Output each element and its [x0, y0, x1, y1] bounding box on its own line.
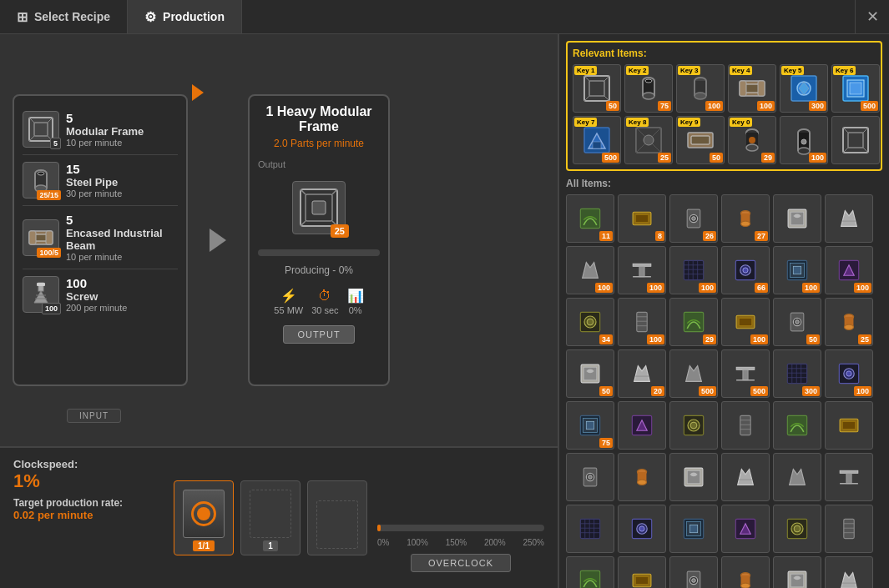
all-item-3[interactable]: 27: [721, 194, 770, 243]
all-qty-badge-7: 100: [647, 283, 664, 293]
svg-rect-1: [34, 123, 48, 136]
slider-track[interactable]: [377, 525, 544, 531]
all-item-6[interactable]: 100: [566, 246, 614, 294]
machine-slot-0[interactable]: 1/1: [174, 480, 234, 555]
relevant-item-8[interactable]: Key 950: [676, 116, 725, 164]
all-item-34[interactable]: [773, 453, 821, 501]
all-qty-badge-1: 8: [655, 231, 664, 241]
all-item-32[interactable]: [669, 453, 718, 501]
slider-mark-4: 250%: [523, 538, 544, 547]
ingredient-modular-frame[interactable]: 5 5 Modular Frame 10 per minute: [23, 104, 178, 155]
all-qty-badge-16: 50: [806, 334, 820, 344]
overclock-button[interactable]: OVERCLOCK: [411, 554, 511, 572]
relevant-item-6[interactable]: Key 7500: [573, 116, 621, 164]
close-button[interactable]: ✕: [855, 0, 889, 33]
relevant-item-10[interactable]: 100: [780, 116, 828, 164]
all-item-25[interactable]: [618, 401, 666, 450]
input-label: INPUT: [67, 409, 121, 423]
relevant-item-5[interactable]: Key 6500: [831, 64, 880, 113]
machine-body-0: [183, 490, 225, 538]
all-item-26[interactable]: [669, 401, 718, 450]
efficiency-value: 0%: [349, 305, 362, 315]
all-item-33[interactable]: [721, 453, 770, 501]
all-item-inner-44: [675, 562, 712, 588]
all-item-40[interactable]: [773, 505, 821, 553]
all-item-9[interactable]: 66: [721, 246, 770, 294]
all-item-47[interactable]: [825, 556, 873, 588]
all-item-39[interactable]: [721, 505, 770, 553]
relevant-item-2[interactable]: Key 3100: [676, 64, 725, 113]
all-item-12[interactable]: 34: [566, 298, 614, 346]
output-name: 1 Heavy ModularFrame: [265, 104, 371, 134]
all-item-19[interactable]: 20: [618, 349, 666, 398]
all-item-41[interactable]: [825, 505, 873, 553]
all-item-17[interactable]: 25: [825, 298, 873, 346]
machine-slots: 1/1 1: [174, 458, 367, 578]
all-item-1[interactable]: 8: [618, 194, 666, 243]
svg-rect-92: [639, 266, 644, 276]
all-item-inner-4: [779, 200, 816, 237]
relevant-item-3[interactable]: Key 4100: [728, 64, 776, 113]
ingredient-encased-beam[interactable]: 100/5 5 Encased Industrial Beam 10 per m…: [23, 206, 178, 269]
all-item-7[interactable]: 100: [618, 246, 666, 294]
tab-select-recipe[interactable]: ⊞ Select Recipe: [0, 0, 128, 33]
clockspeed-section: Clockspeed: 1% Target production rate: 0…: [13, 458, 164, 578]
all-item-8[interactable]: 100: [669, 246, 718, 294]
all-item-14[interactable]: 29: [669, 298, 718, 346]
tab-select-recipe-label: Select Recipe: [34, 10, 110, 23]
all-item-45[interactable]: [721, 556, 770, 588]
all-item-10[interactable]: 100: [773, 246, 821, 294]
all-item-24[interactable]: 75: [566, 401, 614, 450]
all-item-13[interactable]: 100: [618, 298, 666, 346]
svg-point-66: [749, 137, 755, 143]
all-item-31[interactable]: [618, 453, 666, 501]
output-rate: 2.0 Parts per minute: [274, 138, 364, 149]
ingredient-steel-pipe[interactable]: 25/15 15 Steel Pipe 30 per minute: [23, 155, 178, 206]
relevant-item-4[interactable]: Key 5300: [780, 64, 828, 113]
output-card: 1 Heavy ModularFrame 2.0 Parts per minut…: [248, 94, 390, 386]
all-item-5[interactable]: [825, 194, 873, 243]
all-item-23[interactable]: 100: [825, 349, 873, 398]
ingredient-screw[interactable]: 100 100 Screw 200 per minute: [23, 269, 178, 319]
all-item-37[interactable]: [618, 505, 666, 553]
machine-slot-2[interactable]: [307, 480, 367, 555]
all-item-inner-40: [779, 510, 816, 547]
relevant-item-0[interactable]: Key 150: [573, 64, 621, 113]
all-item-16[interactable]: 50: [773, 298, 821, 346]
encased-beam-rate: 10 per minute: [66, 252, 178, 262]
all-item-4[interactable]: [773, 194, 821, 243]
all-item-27[interactable]: [721, 401, 770, 450]
tab-production[interactable]: ⚙ Production: [128, 0, 242, 33]
output-button[interactable]: OUTPUT: [283, 325, 354, 344]
all-item-36[interactable]: [566, 505, 614, 553]
all-item-46[interactable]: [773, 556, 821, 588]
all-item-18[interactable]: 50: [566, 349, 614, 398]
machine-slot-1[interactable]: 1: [240, 480, 301, 555]
all-item-35[interactable]: [825, 453, 873, 501]
all-item-30[interactable]: [566, 453, 614, 501]
power-icon: ⚡: [280, 288, 297, 304]
all-item-21[interactable]: 500: [721, 349, 770, 398]
all-item-2[interactable]: 26: [669, 194, 718, 243]
all-item-22[interactable]: 300: [773, 349, 821, 398]
svg-point-69: [798, 148, 810, 154]
relevant-item-11[interactable]: [831, 116, 880, 164]
all-item-11[interactable]: 100: [825, 246, 873, 294]
slider-fill: [377, 525, 381, 531]
relevant-item-1[interactable]: Key 275: [624, 64, 673, 113]
all-item-inner-28: [779, 407, 816, 444]
relevant-item-7[interactable]: Key 825: [624, 116, 673, 164]
all-item-43[interactable]: [618, 556, 666, 588]
all-item-15[interactable]: 100: [721, 298, 770, 346]
all-item-42[interactable]: [566, 556, 614, 588]
all-item-28[interactable]: [773, 401, 821, 450]
relevant-item-9[interactable]: Key 029: [728, 116, 776, 164]
all-item-20[interactable]: 500: [669, 349, 718, 398]
all-item-38[interactable]: [669, 505, 718, 553]
all-item-29[interactable]: [825, 401, 873, 450]
all-item-inner-38: [675, 510, 712, 547]
all-item-44[interactable]: [669, 556, 718, 588]
svg-rect-142: [586, 421, 594, 429]
qty-badge-5: 500: [861, 101, 878, 111]
all-item-0[interactable]: 11: [566, 194, 614, 243]
